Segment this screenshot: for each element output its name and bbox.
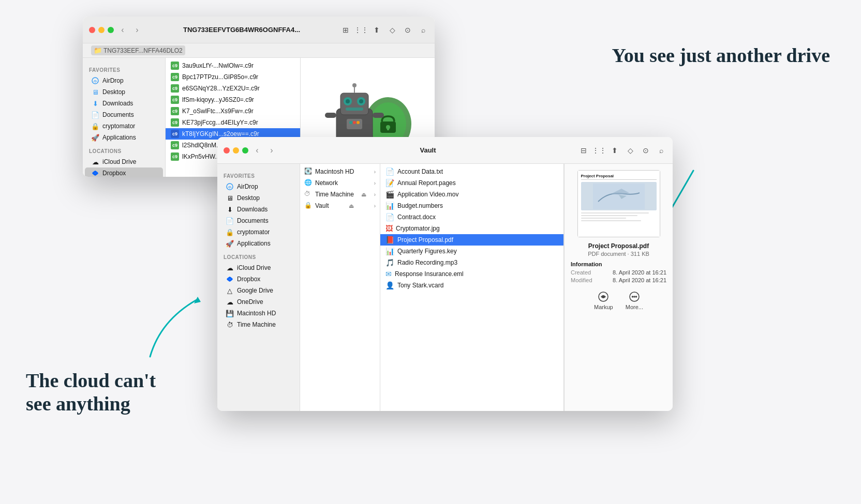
svg-point-20 xyxy=(352,83,357,87)
tag-icon[interactable]: ◇ xyxy=(387,25,397,35)
enc-file-2[interactable]: c9Bpc17PTPzu...GlP85o=.c9r xyxy=(166,71,300,83)
pages-icon: 📝 xyxy=(385,179,394,187)
minimize-button-2[interactable] xyxy=(233,147,239,154)
vcard-icon: 👤 xyxy=(385,281,394,289)
enc-file-6[interactable]: c9KE73pjFccg...d4EILyY=.c9r xyxy=(166,117,300,128)
sidebar-item-cryptomator-1[interactable]: 🔒 cryptomator xyxy=(85,120,163,132)
svg-point-28 xyxy=(353,121,356,124)
enc-file-4[interactable]: c9lfSm-kiqoyy...yJ6SZ0=.c9r xyxy=(166,94,300,105)
modified-value: 8. April 2020 at 16:21 xyxy=(613,277,666,283)
back-button-2[interactable]: ‹ xyxy=(251,145,263,156)
info-section-label: Information xyxy=(571,261,666,267)
sidebar-item-timemachine-2[interactable]: ⏱ Time Machine xyxy=(219,319,298,330)
sidebar-item-macintosh-2[interactable]: 💾 Macintosh HD xyxy=(219,308,298,319)
grid-icon-2[interactable]: ⋮⋮ xyxy=(594,145,604,156)
share-icon[interactable]: ⬆ xyxy=(372,25,382,35)
svg-point-40 xyxy=(632,296,633,297)
share-icon-2[interactable]: ⬆ xyxy=(610,145,620,156)
options-icon-2[interactable]: ⊙ xyxy=(641,145,651,156)
file-tony-stark[interactable]: 👤 Tony Stark.vcard xyxy=(380,280,563,291)
enc-file-3[interactable]: c9e6SGNqY28...YzEX2U=.c9r xyxy=(166,83,300,94)
file-contract[interactable]: 📄 Contract.docx xyxy=(380,211,563,223)
icloud-icon-1: ☁ xyxy=(91,158,99,166)
preview-modified-row: Modified 8. April 2020 at 16:21 xyxy=(571,277,666,283)
sidebar-item-dropbox-2[interactable]: Dropbox xyxy=(219,273,298,285)
file-annual-report[interactable]: 📝 Annual Report.pages xyxy=(380,177,563,189)
file-budget[interactable]: 📊 Budget.numbers xyxy=(380,200,563,211)
file-account-data[interactable]: 📄 Account Data.txt xyxy=(380,166,563,177)
enc-file-5[interactable]: c9K7_oSwlFtc...Xs9Fw=.c9r xyxy=(166,105,300,117)
file-app-video[interactable]: 🎬 Application Video.mov xyxy=(380,189,563,200)
more-button[interactable]: More... xyxy=(626,291,643,310)
cryptomator-icon-2: 🔒 xyxy=(226,228,234,236)
sidebar-item-documents-2[interactable]: 📄 Documents xyxy=(219,215,298,226)
options-icon[interactable]: ⊙ xyxy=(403,25,413,35)
back-button[interactable]: ‹ xyxy=(117,24,128,36)
tag-icon-2[interactable]: ◇ xyxy=(625,145,635,156)
sidebar-item-onedrive-2[interactable]: ☁ OneDrive xyxy=(219,296,298,308)
file-cryptomator-jpg[interactable]: 🖼 Cryptomator.jpg xyxy=(380,223,563,234)
file-quarterly-figures[interactable]: 📊 Quarterly Figures.key xyxy=(380,246,563,257)
view-icon[interactable]: ⊞ xyxy=(340,25,351,35)
sidebar-item-dropbox-1[interactable]: Dropbox xyxy=(85,167,163,177)
sidebar-item-applications-2[interactable]: 🚀 Applications xyxy=(219,238,298,249)
sidebar-2: Favorites AirDrop 🖥 Desktop ⬇ Downloads … xyxy=(217,164,300,411)
more-icon xyxy=(629,291,640,302)
timemachine-icon-2: ⏱ xyxy=(226,320,234,329)
sidebar-item-applications-1[interactable]: 🚀 Applications xyxy=(85,132,163,143)
locations-label-1: Locations xyxy=(83,143,165,156)
col-macintosh-hd[interactable]: 💽 Macintosh HD › xyxy=(300,166,380,177)
sidebar-item-icloud-1[interactable]: ☁ iCloud Drive xyxy=(85,156,163,167)
breadcrumb-folder-1[interactable]: 📁 TNG733EEF...NFFA46DLO2 xyxy=(91,45,185,55)
eml-icon: ✉ xyxy=(385,270,392,278)
sidebar-item-downloads-2[interactable]: ⬇ Downloads xyxy=(219,204,298,215)
onedrive-icon-2: ☁ xyxy=(226,298,234,306)
grid-icon[interactable]: ⋮⋮ xyxy=(356,25,366,35)
sidebar-item-downloads-1[interactable]: ⬇ Downloads xyxy=(85,98,163,109)
modified-label: Modified xyxy=(571,277,592,283)
proposal-title-sketch: Project Proposal xyxy=(581,174,657,180)
sidebar-item-desktop-1[interactable]: 🖥 Desktop xyxy=(85,86,163,98)
icloud-icon-2: ☁ xyxy=(226,264,234,272)
col-time-machine[interactable]: ⏱ Time Machine ⏏ › xyxy=(300,189,380,200)
proposal-img-sketch xyxy=(581,182,657,210)
applications-icon-1: 🚀 xyxy=(91,133,99,142)
file-project-proposal[interactable]: 📕 Project Proposal.pdf xyxy=(380,234,563,246)
svg-point-27 xyxy=(349,121,352,124)
file-response-insurance[interactable]: ✉ Response Insurance.eml xyxy=(380,268,563,280)
sidebar-item-airdrop-1[interactable]: AirDrop xyxy=(85,75,163,86)
machdisk-icon: 💽 xyxy=(304,167,313,176)
file-radio-recording[interactable]: 🎵 Radio Recording.mp3 xyxy=(380,257,563,268)
enc-file-1[interactable]: c93au9uxLfY-...NwlOlw=.c9r xyxy=(166,60,300,71)
forward-button[interactable]: › xyxy=(131,24,143,36)
window2-title: Vault xyxy=(281,146,574,154)
annotation-bottom-left: The cloud can'tsee anything xyxy=(26,369,156,416)
svg-point-18 xyxy=(359,99,363,103)
search-icon-2[interactable]: ⌕ xyxy=(656,145,666,156)
minimize-button[interactable] xyxy=(98,27,105,33)
applications-icon-2: 🚀 xyxy=(226,239,234,248)
sidebar-item-googledrive-2[interactable]: △ Google Drive xyxy=(219,285,298,296)
markup-button[interactable]: Markup xyxy=(594,291,613,310)
close-button-2[interactable] xyxy=(224,147,230,154)
close-button[interactable] xyxy=(89,27,95,33)
svg-rect-12 xyxy=(387,127,389,130)
view-columns-icon[interactable]: ⊟ xyxy=(578,145,589,156)
search-icon[interactable]: ⌕ xyxy=(418,25,428,35)
column-pane-1: 💽 Macintosh HD › 🌐 Network › ⏱ Time Mach… xyxy=(300,164,380,411)
preview-info-section: Information Created 8. April 2020 at 16:… xyxy=(571,261,666,285)
sidebar-item-airdrop-2[interactable]: AirDrop xyxy=(219,181,298,192)
maximize-button[interactable] xyxy=(108,27,114,33)
breadcrumb-bar-1: 📁 TNG733EEF...NFFA46DLO2 xyxy=(83,43,435,58)
sidebar-item-cryptomator-2[interactable]: 🔒 cryptomator xyxy=(219,226,298,238)
col-network[interactable]: 🌐 Network › xyxy=(300,177,380,189)
sidebar-item-desktop-2[interactable]: 🖥 Desktop xyxy=(219,192,298,204)
favorites-label-1: Favorites xyxy=(83,62,165,75)
forward-button-2[interactable]: › xyxy=(266,145,277,156)
sidebar-item-icloud-2[interactable]: ☁ iCloud Drive xyxy=(219,262,298,273)
col-vault[interactable]: 🔒 Vault ⏏ › xyxy=(300,200,380,211)
desktop-icon-1: 🖥 xyxy=(91,88,99,96)
sidebar-item-documents-1[interactable]: 📄 Documents xyxy=(85,109,163,120)
desktop-icon-2: 🖥 xyxy=(226,194,234,202)
maximize-button-2[interactable] xyxy=(242,147,248,154)
